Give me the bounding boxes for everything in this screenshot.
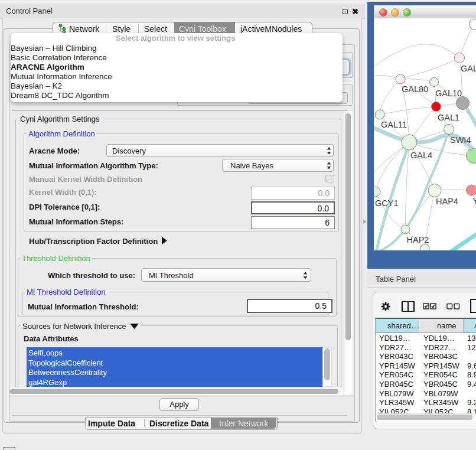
- svg-text:GAL1: GAL1: [438, 113, 459, 122]
- svg-text:GAL11: GAL11: [381, 120, 407, 129]
- svg-text:GAL2: GAL2: [461, 64, 476, 73]
- svg-text:GCY1: GCY1: [375, 198, 399, 208]
- svg-text:SWI4: SWI4: [450, 135, 471, 145]
- svg-text:GAL10: GAL10: [435, 89, 462, 98]
- svg-text:Y: Y: [472, 196, 476, 206]
- svg-text:HAP2: HAP2: [407, 235, 429, 244]
- svg-text:GAL4: GAL4: [410, 151, 432, 160]
- svg-text:HAP4: HAP4: [436, 197, 458, 206]
- svg-text:GAL80: GAL80: [402, 84, 428, 94]
